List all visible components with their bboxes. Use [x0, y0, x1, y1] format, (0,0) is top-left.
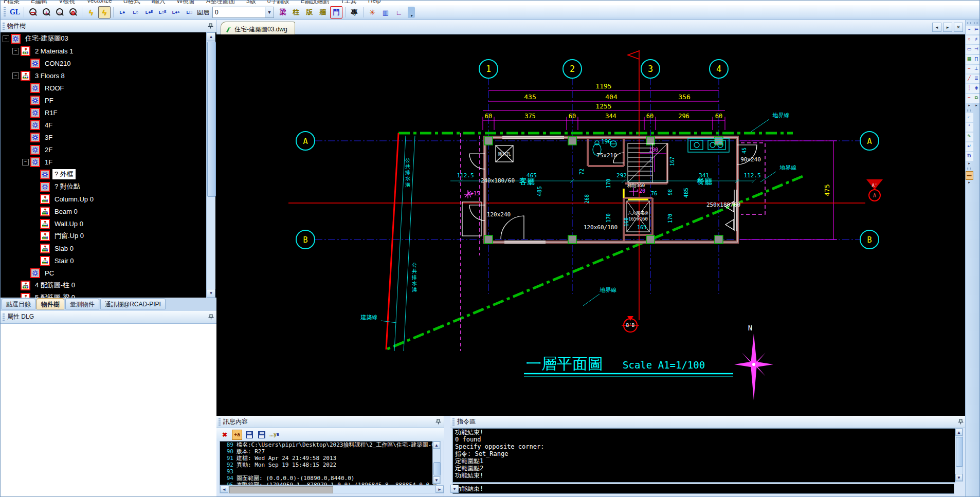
layer-match-icon[interactable]: L□: [183, 6, 195, 19]
tree-item[interactable]: 2 Materials 1: [1, 45, 216, 57]
tree-node-icon[interactable]: [40, 244, 50, 253]
tree-item[interactable]: 4F: [1, 119, 216, 131]
beam-tool-button[interactable]: 梁: [277, 6, 289, 19]
tree-node-icon[interactable]: [40, 231, 50, 241]
command-input[interactable]: 功能結束!: [452, 484, 954, 494]
axis-corner-icon[interactable]: ∟: [393, 6, 405, 19]
scroll-thumb[interactable]: [433, 462, 441, 475]
gl-button[interactable]: GL: [9, 6, 21, 19]
toolbar-overflow-icon[interactable]: ▾: [408, 7, 415, 18]
tab-next-icon[interactable]: ▸: [943, 23, 952, 32]
circle-mark-icon[interactable]: ○: [966, 35, 973, 44]
scroll-right-icon[interactable]: ►: [435, 486, 444, 493]
message-vscrollbar[interactable]: ▲ ▼: [432, 441, 441, 484]
point-node-icon[interactable]: °: [966, 123, 973, 132]
menu-item[interactable]: T工具: [340, 1, 356, 5]
tree-item[interactable]: 住宅-建築圖03: [1, 32, 216, 45]
tab-prev-icon[interactable]: ◂: [932, 23, 941, 32]
document-tab[interactable]: 住宅-建築圖03.dwg: [221, 22, 295, 34]
toolbar-grip[interactable]: [974, 22, 978, 24]
tree-node-icon[interactable]: [21, 281, 30, 290]
panel-grip[interactable]: [3, 314, 5, 321]
tree-node-icon[interactable]: [30, 59, 40, 68]
leader-tool-icon[interactable]: ⌁: [966, 26, 973, 34]
section-bar-icon[interactable]: ▬: [966, 171, 973, 180]
tree-node-icon[interactable]: [21, 46, 30, 56]
command-history[interactable]: 功能結束!0 foundSpecify opposite corner:指令: …: [452, 428, 955, 483]
tree-item[interactable]: Slab 0: [1, 242, 216, 254]
toolbar-more-icon[interactable]: ▸: [966, 161, 973, 167]
append-mode-icon[interactable]: +a: [232, 430, 242, 440]
menu-item[interactable]: U格式: [123, 1, 140, 5]
save-as-icon[interactable]: [257, 430, 267, 440]
weight-table-icon[interactable]: ℔: [966, 152, 973, 161]
insert-symbol-icon[interactable]: ↵: [966, 142, 973, 151]
tree-expander-icon[interactable]: [3, 35, 9, 42]
tree-node-icon[interactable]: [40, 256, 50, 266]
tree-scrollbar[interactable]: ▲ ▼: [206, 32, 215, 298]
tree-item[interactable]: R1F: [1, 106, 216, 119]
tree-node-icon[interactable]: [30, 120, 40, 130]
tree-item[interactable]: 1F: [1, 156, 216, 168]
menu-item[interactable]: 3版: [246, 1, 256, 5]
zoom-in-icon[interactable]: +: [40, 6, 52, 19]
scroll-up-icon[interactable]: ▲: [433, 441, 440, 449]
tree-item[interactable]: 4 配筋圖-柱 0: [1, 279, 216, 291]
scroll-up-icon[interactable]: ▲: [207, 32, 215, 41]
tree-item[interactable]: PF: [1, 94, 216, 106]
pin-icon[interactable]: [957, 418, 964, 426]
tree-item[interactable]: 門窗.Up 0: [1, 230, 216, 242]
tree-node-icon[interactable]: [21, 71, 30, 81]
zoom-window-icon[interactable]: ▭: [27, 6, 39, 19]
toolbar-grip[interactable]: [967, 22, 971, 24]
pin-icon[interactable]: [207, 23, 214, 30]
toolbar-more-icon[interactable]: ▸: [966, 103, 973, 108]
scroll-down-icon[interactable]: ▼: [207, 289, 215, 298]
y-filter-icon[interactable]: ...yB: [269, 430, 280, 440]
drawing-canvas[interactable]: 1234ABAB11954354043561255603756034460296…: [216, 34, 966, 416]
save-icon[interactable]: [244, 430, 255, 440]
dim-linear-icon[interactable]: ⊨: [973, 26, 980, 34]
tree-item[interactable]: ? 外框: [1, 168, 216, 180]
menu-item[interactable]: 0字鋪版: [267, 1, 289, 5]
tree-item[interactable]: CON210: [1, 57, 216, 69]
panel-grip[interactable]: [452, 418, 455, 426]
zoom-out-icon[interactable]: −: [53, 6, 66, 19]
clear-messages-icon[interactable]: ✖: [220, 430, 230, 440]
scroll-down-icon[interactable]: ▼: [955, 474, 963, 481]
tree-expander-icon[interactable]: [12, 72, 19, 79]
dim-ordinate-icon[interactable]: ⋕: [973, 84, 980, 93]
toolbar-grip[interactable]: [967, 109, 971, 112]
tree-node-icon[interactable]: [40, 219, 50, 229]
tab-close-icon[interactable]: ✕: [954, 23, 963, 32]
dim-baseline-icon[interactable]: ⊥: [973, 65, 980, 73]
message-hscrollbar[interactable]: ◄ ►: [220, 485, 444, 493]
edit-annotation-icon[interactable]: ✎: [966, 133, 973, 141]
scroll-left-icon[interactable]: ◄: [220, 486, 228, 493]
menu-item[interactable]: W視窗: [177, 1, 195, 5]
menu-item[interactable]: I輸入: [151, 1, 165, 5]
dim-aligned-icon[interactable]: ≠: [973, 35, 980, 44]
panel-grip[interactable]: [219, 418, 221, 426]
menu-item[interactable]: E鋪設繪劃: [300, 1, 329, 5]
layer-combobox-value[interactable]: 0: [213, 9, 265, 16]
tree-expander-icon[interactable]: [12, 48, 19, 54]
separator[interactable]: [363, 7, 364, 17]
tree-item[interactable]: PC: [1, 267, 216, 279]
toolbar-grip[interactable]: [967, 168, 971, 170]
tree-node-icon[interactable]: [40, 170, 50, 179]
panel-tab[interactable]: 通訊欄@RCAD-PIPI: [100, 298, 166, 309]
tree-item[interactable]: 5 配筋圖-梁 0: [1, 291, 216, 298]
dim-angular-icon[interactable]: ⊣: [973, 45, 980, 54]
scroll-down-icon[interactable]: ▼: [450, 485, 459, 493]
menu-item[interactable]: E編輯: [31, 1, 47, 5]
tree-item[interactable]: Beam 0: [1, 205, 216, 217]
layer-combobox[interactable]: 0 ▼: [212, 7, 274, 18]
layer-on-icon[interactable]: L●: [116, 6, 129, 19]
scroll-up-icon[interactable]: ▲: [955, 429, 963, 436]
zoom-extents-icon[interactable]: ⊕: [67, 6, 79, 19]
toolbar-more-icon[interactable]: ▸: [966, 180, 973, 186]
red-dim-icon[interactable]: ╍: [966, 65, 973, 73]
command-vscrollbar[interactable]: ▲ ▼: [955, 428, 963, 482]
tree-node-icon[interactable]: [21, 293, 30, 298]
